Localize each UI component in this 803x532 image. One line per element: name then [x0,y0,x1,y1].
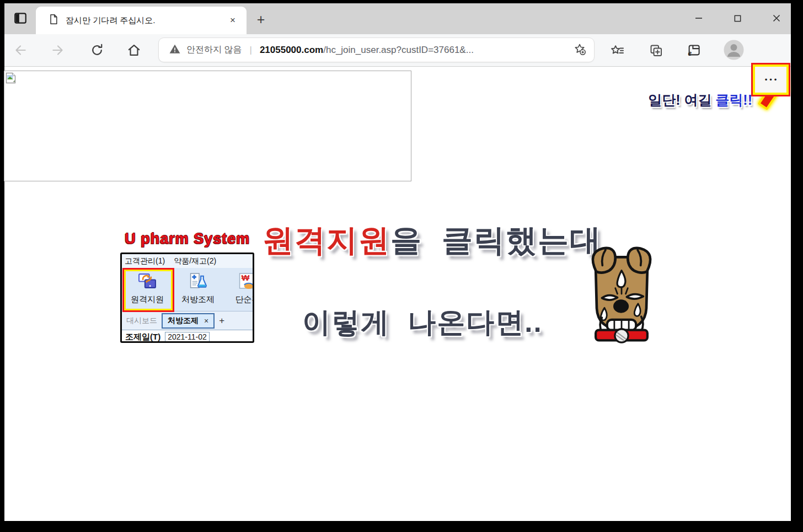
broken-image-icon [6,72,17,87]
favorites-button[interactable] [609,42,625,58]
address-bar[interactable]: 안전하지 않음 | 21055000.com/hc_join_user.asp?… [158,37,595,62]
url-domain: 21055000.com [260,45,323,55]
ie-mode-icon: e [686,43,701,58]
browser-tab[interactable]: 잠시만 기다려 주십시오. × [36,7,247,34]
url-path: /hc_join_user.asp?custID=37661&... [323,45,474,55]
upharm-system-label: U pharm System [125,230,250,248]
dispense-date-label: 조제일(T) [125,332,160,342]
upharm-menu-drugs[interactable]: 약품/재고(2) [174,256,216,266]
maximize-icon [734,14,742,23]
upharm-menu-customers[interactable]: 고객관리(1) [125,256,165,266]
page-document-icon [48,13,59,28]
settings-highlight-yellow-ring: ••• [753,65,789,95]
refresh-icon [90,43,104,57]
prescription-label: 처방조제 [181,294,215,305]
tab-layout-icon [13,11,28,28]
url-divider: | [249,45,251,56]
back-arrow-icon [13,43,28,57]
collections-icon [649,43,663,58]
upharm-menu-bar: 고객관리(1) 약품/재고(2) [122,254,253,268]
security-status-text: 안전하지 않음 [186,44,242,56]
simple-sale-icon: ₩ [238,272,254,293]
settings-menu-button[interactable]: ••• [755,67,786,93]
collections-button[interactable] [648,42,663,58]
click-here-note-blue: 클릭!! [715,92,752,108]
not-secure-warning-icon [169,43,181,57]
click-here-note-dark: 일단! 여길 [648,92,715,108]
dispense-date-value[interactable]: 2021-11-02 [165,332,210,342]
empty-frame-box [4,71,411,181]
home-icon [127,43,141,57]
remote-support-icon [138,272,157,293]
upharm-tab-prescription-label: 처방조제 [168,316,199,326]
close-icon [772,14,781,23]
tab-close-button[interactable]: × [227,14,239,27]
tab-actions-menu-button[interactable] [11,10,30,29]
favorites-star-icon [610,43,625,58]
upharm-tab-prescription[interactable]: 처방조제 × [162,313,215,329]
tab-title: 잠시만 기다려 주십시오. [66,15,227,26]
settings-button-highlight: ••• [751,63,790,96]
upharm-bottom-row: 조제일(T) 2021-11-02 [122,330,253,343]
upharm-toolbar: 원격지원 처방조제 ₩ 단순판 [122,268,253,311]
upharm-tab-add-icon[interactable]: + [219,315,224,326]
avatar-icon [724,40,744,60]
caption-line1: 원격지원을 클릭했는대 [263,220,602,262]
upharm-remote-support-button[interactable]: 원격지원 [125,272,169,305]
tab-strip: 잠시만 기다려 주십시오. × + [4,3,791,34]
minimize-icon [694,14,703,23]
upharm-prescription-button[interactable]: 처방조제 [176,272,220,305]
ellipsis-icon: ••• [763,76,779,84]
crying-dog-character [580,242,663,348]
svg-text:e: e [688,48,692,57]
home-button[interactable] [126,42,142,58]
simple-sale-label: 단순판 [235,294,255,305]
upharm-tab-bar: 대시보드 처방조제 × + [122,311,253,330]
caption-line2: 이렇게 나온다면.. [302,304,543,342]
prescription-icon [189,272,207,293]
back-button[interactable] [13,42,28,58]
screenshot-frame: 잠시만 기다려 주십시오. × + [0,0,803,532]
window-minimize-button[interactable] [686,7,711,30]
caption-line1-rest: 을 클릭했는대 [390,223,602,257]
upharm-tab-close-icon[interactable]: × [204,316,208,325]
page-content: U pharm System 고객관리(1) 약품/재고(2) 원격지원 [4,67,791,521]
svg-text:₩: ₩ [242,273,250,282]
window-close-button[interactable] [764,7,789,30]
add-favorite-star-icon[interactable] [573,42,586,58]
upharm-mini-screenshot: 고객관리(1) 약품/재고(2) 원격지원 [120,252,254,343]
forward-button[interactable] [50,42,66,58]
remote-support-label: 원격지원 [131,294,164,305]
caption-remote-support: 원격지원 [263,223,390,257]
click-here-note: 일단! 여길 클릭!! [648,91,752,109]
ie-mode-button[interactable]: e [686,42,701,58]
window-maximize-button[interactable] [725,7,750,30]
profile-avatar[interactable] [724,40,744,60]
upharm-simple-sale-button[interactable]: ₩ 단순판 [226,272,254,305]
url-text: 21055000.com/hc_join_user.asp?custID=376… [260,45,573,56]
browser-toolbar: 안전하지 않음 | 21055000.com/hc_join_user.asp?… [4,34,791,67]
refresh-button[interactable] [89,42,105,58]
upharm-tab-dashboard[interactable]: 대시보드 [126,316,157,326]
browser-window: 잠시만 기다려 주십시오. × + [4,3,791,521]
forward-arrow-icon [51,43,65,57]
new-tab-button[interactable]: + [253,11,269,28]
